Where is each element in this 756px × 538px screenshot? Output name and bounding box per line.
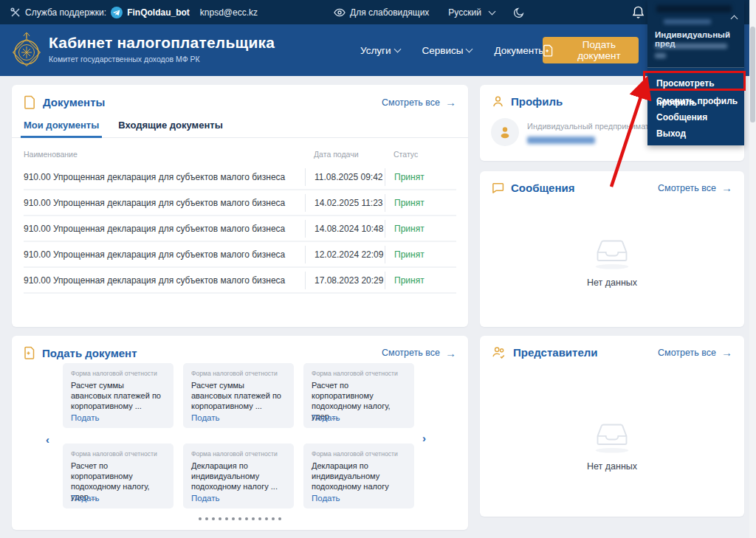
telegram-bot-link[interactable]: FinQoldau_bot <box>127 7 190 18</box>
dark-mode-icon[interactable] <box>514 7 524 18</box>
carousel-dot[interactable] <box>245 517 248 520</box>
menu-item-messages[interactable]: Сообщения <box>656 109 744 125</box>
carousel-dot[interactable] <box>265 517 268 520</box>
view-all-label: Смотреть все <box>382 97 440 108</box>
language-selector[interactable]: Русский <box>448 7 495 18</box>
person-icon <box>492 95 504 108</box>
annotation-highlight-box <box>643 71 746 91</box>
carousel-dot[interactable] <box>199 517 202 520</box>
messages-title: Сообщения <box>511 182 574 194</box>
submit-document-button[interactable]: Подать документ <box>543 37 639 63</box>
user-name-redacted <box>656 5 732 13</box>
menu-item-switch-profile[interactable]: Сменить профиль <box>656 93 744 109</box>
representatives-view-all-link[interactable]: Смотреть все→ <box>658 346 732 359</box>
column-name: Наименование <box>24 150 305 159</box>
carousel-dot[interactable] <box>278 517 281 520</box>
doc-name: 910.00 Упрощенная декларация для субъект… <box>24 224 305 234</box>
submit-link[interactable]: Подать <box>191 494 220 503</box>
carousel-prev-icon[interactable]: ‹ <box>46 434 49 445</box>
tab-my-documents[interactable]: Мои документы <box>24 120 99 138</box>
carousel-dot[interactable] <box>258 517 261 520</box>
scrollbar[interactable] <box>749 0 756 538</box>
page-subtitle: Комитет государственных доходов МФ РК <box>49 55 200 63</box>
status-badge: Принят <box>385 194 451 212</box>
form-card: Форма налоговой отчетности Расчет по кор… <box>303 363 414 428</box>
view-all-label: Смотреть все <box>658 348 716 358</box>
representatives-empty-state: Нет данных <box>480 415 744 472</box>
card-category: Форма налоговой отчетности <box>71 370 165 377</box>
chevron-up-icon <box>731 15 738 23</box>
arrow-right-icon: → <box>721 182 732 194</box>
submit-link[interactable]: Подать <box>312 494 340 503</box>
notifications-bell-icon[interactable] <box>632 5 645 19</box>
doc-name: 910.00 Упрощенная декларация для субъект… <box>24 172 305 182</box>
nav-servisy[interactable]: Сервисы <box>422 45 472 56</box>
submit-link[interactable]: Подать <box>312 413 340 422</box>
nav-uslugi[interactable]: Услуги <box>360 45 400 56</box>
doc-name: 910.00 Упрощенная декларация для субъект… <box>24 275 305 286</box>
app-header: Кабинет налогоплательщика Комитет госуда… <box>0 24 756 76</box>
document-plus-icon <box>543 44 554 57</box>
top-bar: Служба поддержки: FinQoldau_bot knpsd@ec… <box>0 0 756 24</box>
person-icon <box>498 125 512 139</box>
submit-panel-title: Подать документ <box>42 347 137 359</box>
documents-view-all-link[interactable]: Смотреть все→ <box>382 96 456 108</box>
table-row[interactable]: 910.00 Упрощенная декларация для субъект… <box>24 268 456 294</box>
card-title: Расчет суммы авансовых платежей по корпо… <box>71 380 165 411</box>
scrollbar-thumb[interactable] <box>750 27 755 123</box>
accessibility-toggle[interactable]: Для слабовидящих <box>334 7 429 18</box>
view-all-label: Смотреть все <box>382 348 440 358</box>
carousel-dot[interactable] <box>272 517 275 520</box>
form-card: Форма налоговой отчетности Декларация по… <box>303 444 414 508</box>
carousel-dot[interactable] <box>219 517 221 520</box>
profile-type-label: Индивидуальный предприниматель <box>527 122 662 131</box>
support-email[interactable]: knpsd@ecc.kz <box>200 7 258 18</box>
nav-servisy-label: Сервисы <box>422 45 464 56</box>
language-label: Русский <box>448 7 481 18</box>
arrow-right-icon: → <box>445 347 456 359</box>
messages-panel: Сообщения Смотреть все→ Нет данных <box>480 171 744 327</box>
form-card: Форма налоговой отчетности Расчет по кор… <box>63 444 173 508</box>
card-category: Форма налоговой отчетности <box>312 450 406 458</box>
doc-date: 12.02.2024 22:09 <box>305 246 385 263</box>
carousel-dot[interactable] <box>205 517 208 520</box>
carousel-dot[interactable] <box>252 517 255 520</box>
carousel-next-icon[interactable]: › <box>422 432 426 444</box>
submit-link[interactable]: Подать <box>71 413 100 422</box>
documents-panel: Документы Смотреть все→ Мои документы Вх… <box>12 85 468 327</box>
telegram-icon[interactable] <box>111 7 123 18</box>
carousel-dot[interactable] <box>238 517 241 520</box>
submit-view-all-link[interactable]: Смотреть все→ <box>382 347 456 359</box>
document-plus-icon <box>24 346 35 359</box>
menu-item-logout[interactable]: Выход <box>656 125 744 142</box>
empty-inbox-icon <box>585 415 639 454</box>
documents-table-body: 910.00 Упрощенная декларация для субъект… <box>12 165 468 294</box>
tab-incoming-documents[interactable]: Входящие документы <box>118 120 222 138</box>
page-title: Кабинет налогоплательщика <box>49 34 275 52</box>
form-card: Форма налоговой отчетности Декларация по… <box>183 444 294 508</box>
carousel-dot[interactable] <box>232 517 235 520</box>
table-row[interactable]: 910.00 Упрощенная декларация для субъект… <box>24 242 456 268</box>
submit-link[interactable]: Подать <box>71 494 100 503</box>
submit-link[interactable]: Подать <box>191 413 220 422</box>
status-badge: Принят <box>385 220 451 238</box>
doc-date: 17.08.2023 20:29 <box>305 272 385 289</box>
doc-date: 11.08.2025 09:42 <box>305 168 385 186</box>
user-summary[interactable]: Индивидуальный пред <box>647 0 744 68</box>
carousel-dots <box>12 517 468 520</box>
chat-bubble-icon <box>492 182 504 194</box>
tools-icon <box>10 7 21 18</box>
card-title: Расчет суммы авансовых платежей по корпо… <box>191 380 286 411</box>
table-row[interactable]: 910.00 Упрощенная декларация для субъект… <box>24 216 456 242</box>
card-category: Форма налоговой отчетности <box>191 450 286 458</box>
messages-view-all-link[interactable]: Смотреть все→ <box>658 182 732 194</box>
table-row[interactable]: 910.00 Упрощенная декларация для субъект… <box>24 190 456 216</box>
card-title: Декларация по индивидуальному подоходном… <box>312 461 406 492</box>
table-row[interactable]: 910.00 Упрощенная декларация для субъект… <box>24 165 456 190</box>
document-icon <box>24 95 36 109</box>
user-info-redacted <box>655 44 727 49</box>
chevron-down-icon <box>394 46 401 53</box>
carousel-dot[interactable] <box>212 517 215 520</box>
carousel-dot[interactable] <box>225 517 228 520</box>
accessibility-label: Для слабовидящих <box>350 7 429 18</box>
